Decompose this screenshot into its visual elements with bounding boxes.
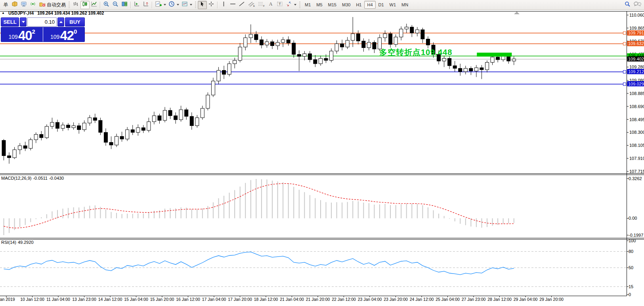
collapse-panel-icon[interactable]: ▲ <box>2 11 5 15</box>
timeframe-W1[interactable]: W1 <box>387 1 399 9</box>
chart-header: ▲ USDJPY-,H4 109.264 109.434 109.262 109… <box>2 11 104 15</box>
timeframe-M15[interactable]: M15 <box>325 1 339 9</box>
zoom-in-button[interactable] <box>102 1 111 9</box>
bar-chart-button[interactable] <box>71 1 80 9</box>
journal-button[interactable] <box>10 1 19 9</box>
timeframe-M30[interactable]: M30 <box>339 1 353 9</box>
time-label: 11 Jan 04:00 <box>46 297 70 302</box>
channel-button[interactable]: E <box>247 1 256 9</box>
chart-canvas[interactable]: 110.060109.865109.670109.475109.280109.0… <box>0 0 644 306</box>
chat-button[interactable] <box>632 1 643 9</box>
tile-windows-icon <box>121 1 128 9</box>
auto-scroll-button[interactable] <box>132 1 141 9</box>
timeframe-H1[interactable]: H1 <box>353 1 364 9</box>
line-endpoint-marker[interactable] <box>623 70 626 73</box>
candle-body <box>335 44 338 51</box>
time-label: 15 Jan 20:00 <box>150 297 174 302</box>
price-tag-label: 109.791 <box>628 30 644 35</box>
candle-body <box>249 34 252 38</box>
candle-body <box>351 34 355 40</box>
templates-button[interactable] <box>180 1 193 9</box>
one-click-trading-panel: SELL BUY 109402 109420 <box>1 17 85 42</box>
crosshair-button[interactable] <box>207 1 216 9</box>
candle-body <box>163 110 167 120</box>
candle-body <box>93 118 97 120</box>
new-order-button[interactable]: 单 <box>1 1 10 9</box>
toolbar-grip[interactable] <box>69 2 70 8</box>
chevron-down-icon <box>177 4 179 6</box>
candle-body <box>340 44 344 47</box>
buy-price-pip: 0 <box>74 29 77 34</box>
volume-increase-button[interactable] <box>57 17 64 27</box>
toolbar-separator <box>217 2 218 8</box>
timeframe-M5[interactable]: M5 <box>313 1 325 9</box>
buy-price[interactable]: 109420 <box>43 27 85 42</box>
timeframe-MN[interactable]: MN <box>399 1 411 9</box>
price-tick-label: 108.495 <box>629 117 644 122</box>
price-tick-label: 108.885 <box>629 91 644 96</box>
timeframe-D1[interactable]: D1 <box>376 1 387 9</box>
candle-body <box>464 68 467 72</box>
highlight-rectangle[interactable] <box>477 53 512 57</box>
candle-body <box>394 37 397 45</box>
svg-text:F: F <box>263 5 265 7</box>
candle-body <box>136 128 140 133</box>
line-endpoint-marker[interactable] <box>623 32 626 34</box>
auto-scroll-icon <box>134 1 140 9</box>
horizontal-line-button[interactable] <box>228 1 237 9</box>
candle-body <box>346 40 349 47</box>
arrows-button[interactable] <box>285 1 298 9</box>
text-button[interactable]: A <box>266 1 275 9</box>
chart-text-annotation[interactable]: 多空转折点109.448 <box>379 47 452 58</box>
signals-button[interactable] <box>29 1 38 9</box>
candle-body <box>426 39 430 45</box>
candle-body <box>308 54 311 60</box>
toolbar-grip[interactable] <box>195 2 196 8</box>
indicators-button[interactable] <box>154 1 167 9</box>
text-label-button[interactable]: T <box>275 1 285 9</box>
candle-body <box>453 66 457 68</box>
fibonacci-button[interactable]: F <box>256 1 266 9</box>
search-button[interactable] <box>623 1 632 9</box>
candle-body <box>319 58 322 63</box>
timeframe-H4[interactable]: H4 <box>364 1 375 9</box>
terminal-button[interactable] <box>19 1 29 9</box>
candle-chart-button[interactable] <box>80 1 90 9</box>
vertical-line-button[interactable] <box>219 1 228 9</box>
macd-label-row: MACD(12,26,9)-0.0511-0.0430 <box>1 176 65 181</box>
candle-body <box>185 110 188 116</box>
candle-body <box>67 125 70 128</box>
chart-shift-marker[interactable] <box>514 11 520 14</box>
sell-price[interactable]: 109402 <box>1 27 43 42</box>
timeframe-M1[interactable]: M1 <box>302 1 313 9</box>
line-endpoint-marker[interactable] <box>623 42 626 45</box>
sell-button[interactable]: SELL <box>1 17 19 27</box>
buy-button[interactable]: BUY <box>65 17 85 27</box>
line-chart-button[interactable] <box>90 1 99 9</box>
periods-button[interactable] <box>167 1 180 9</box>
cursor-button[interactable] <box>198 1 207 9</box>
candle-body <box>82 123 86 130</box>
chart-shift-button[interactable] <box>141 1 151 9</box>
trendline-button[interactable] <box>237 1 247 9</box>
candle-body <box>179 110 183 120</box>
tile-windows-button[interactable] <box>120 1 129 9</box>
toolbar-grip[interactable] <box>299 2 300 8</box>
candle-body <box>115 136 118 145</box>
candle-body <box>126 130 129 139</box>
volume-input[interactable] <box>27 17 57 27</box>
volume-decrease-button[interactable] <box>20 17 27 27</box>
time-label: 27 Jan 23:00 <box>462 297 486 302</box>
candle-body <box>389 34 392 44</box>
signal-icon <box>30 1 36 9</box>
zoom-out-button[interactable] <box>111 1 120 9</box>
autotrade-button[interactable]: 自动交易 <box>38 1 67 9</box>
price-tag-label: 109.029 <box>628 82 644 86</box>
candle-body <box>8 156 11 158</box>
candle-body <box>313 60 317 64</box>
line-endpoint-marker[interactable] <box>623 83 626 86</box>
terminal-icon <box>21 1 27 9</box>
candle-body <box>260 40 263 45</box>
time-label: 10 Jan 12:00 <box>20 297 44 302</box>
rsi-line <box>4 252 514 275</box>
